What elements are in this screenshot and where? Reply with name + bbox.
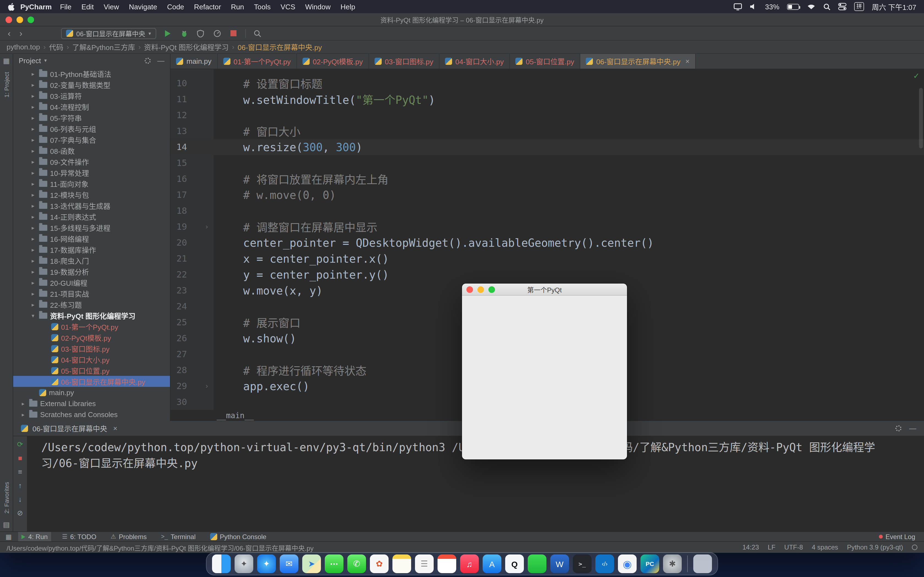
spotlight-search-icon[interactable] <box>823 3 830 10</box>
appstore-dock-icon[interactable]: A <box>483 554 501 573</box>
structure-tool-icon[interactable]: ▤ <box>3 521 10 528</box>
tree-file[interactable]: 05-窗口位置.py <box>13 365 170 376</box>
chrome-dock-icon[interactable]: ◉ <box>618 554 636 573</box>
tree-folder-expanded[interactable]: ▾资料-PyQt 图形化编程学习 <box>13 310 170 321</box>
gear-icon[interactable] <box>145 57 151 63</box>
toolwindow-button-4-run[interactable]: 4: Run <box>18 532 51 541</box>
back-icon[interactable]: ‹ <box>6 29 12 38</box>
profiler-button[interactable] <box>212 28 222 38</box>
settings-dock-icon[interactable]: ✱ <box>663 554 682 573</box>
menu-bar-app-name[interactable]: PyCharm <box>20 2 52 11</box>
menu-view[interactable]: View <box>104 2 119 11</box>
project-tool-icon[interactable]: ▦ <box>3 57 10 64</box>
vscode-dock-icon[interactable]: ‹/› <box>595 554 614 573</box>
stop-button[interactable]: ■ <box>18 455 22 462</box>
run-configuration-select[interactable]: 06-窗口显示在屏幕中央 ▾ <box>61 28 156 39</box>
run-button[interactable] <box>163 28 173 38</box>
tree-folder[interactable]: ▸13-迭代器与生成器 <box>13 200 170 211</box>
tree-folder[interactable]: ▸22-练习题 <box>13 299 170 310</box>
scroll-down-icon[interactable]: ↓ <box>18 496 22 503</box>
fold-icon[interactable]: › <box>205 382 209 390</box>
breadcrumb-item[interactable]: 了解&Python三方库 <box>72 42 135 52</box>
facetime-dock-icon[interactable]: ✆ <box>347 554 366 573</box>
tree-folder[interactable]: ▸20-GUI编程 <box>13 277 170 288</box>
menu-window[interactable]: Window <box>305 2 331 11</box>
breadcrumb-item[interactable]: 资料-PyQt 图形化编程学习 <box>144 42 229 52</box>
notes-dock-icon[interactable] <box>393 554 411 573</box>
editor-tab[interactable]: main.py <box>171 54 218 69</box>
tree-file[interactable]: 01-第一个PyQt.py <box>13 321 170 332</box>
editor-scrollbar[interactable] <box>919 88 923 148</box>
messages-dock-icon[interactable]: ⋯ <box>325 554 344 573</box>
status-widget-utf-8[interactable]: UTF-8 <box>784 543 803 551</box>
trash-dock-icon[interactable] <box>693 554 712 573</box>
close-button[interactable] <box>5 16 12 23</box>
launchpad-dock-icon[interactable]: ✦ <box>234 554 253 573</box>
pyqt-close-button[interactable] <box>467 286 473 293</box>
project-strip-label[interactable]: 1: Project <box>3 72 10 98</box>
toolwindow-button-6-todo[interactable]: ☰6: TODO <box>58 532 100 541</box>
mail-dock-icon[interactable]: ✉ <box>279 554 298 573</box>
toolwindow-button-terminal[interactable]: >_Terminal <box>158 532 199 541</box>
tree-folder[interactable]: ▸19-数据分析 <box>13 266 170 277</box>
control-center-icon[interactable] <box>838 3 846 10</box>
tree-folder[interactable]: ▸03-运算符 <box>13 90 170 101</box>
breadcrumb-item[interactable]: python.top <box>6 43 40 51</box>
hide-panel-icon[interactable]: — <box>909 424 916 432</box>
menu-bar-clock[interactable]: 周六 下午1:07 <box>872 2 916 12</box>
tree-folder[interactable]: ▸01-Python基础语法 <box>13 68 170 79</box>
pyqt-title-bar[interactable]: 第一个PyQt <box>462 284 627 296</box>
fold-icon[interactable]: › <box>205 222 209 231</box>
tree-file[interactable]: 02-PyQt模板.py <box>13 332 170 343</box>
menu-run[interactable]: Run <box>231 2 244 11</box>
pyqt-app-window[interactable]: 第一个PyQt <box>462 284 627 459</box>
qq-dock-icon[interactable]: Q <box>505 554 524 573</box>
tree-item-external-libraries[interactable]: ▸External Libraries <box>13 398 170 409</box>
rerun-button[interactable]: ⟳ <box>17 441 23 448</box>
gear-icon[interactable] <box>895 425 901 431</box>
pycharm-dock-icon[interactable]: PC <box>640 554 659 573</box>
tree-folder[interactable]: ▸05-字符串 <box>13 112 170 123</box>
menu-edit[interactable]: Edit <box>81 2 94 11</box>
terminal-dock-icon[interactable]: >_ <box>573 554 591 573</box>
status-widget-python-3-9-py3-qt[interactable]: Python 3.9 (py3-qt) <box>847 543 903 551</box>
editor-tab[interactable]: 03-窗口图标.py <box>369 54 439 69</box>
tree-folder[interactable]: ▸08-函数 <box>13 145 170 156</box>
toolwindow-button-problems[interactable]: ⚠Problems <box>107 532 150 541</box>
run-tab-label[interactable]: 06-窗口显示在屏幕中央 <box>32 423 107 434</box>
input-source-icon[interactable]: 拼 <box>854 2 864 11</box>
finder-dock-icon[interactable] <box>212 554 231 573</box>
editor-tab[interactable]: 04-窗口大小.py <box>439 54 510 69</box>
menu-file[interactable]: File <box>60 2 71 11</box>
tree-folder[interactable]: ▸16-网络编程 <box>13 233 170 244</box>
close-icon[interactable]: × <box>113 424 118 432</box>
pyqt-zoom-button[interactable] <box>488 286 495 293</box>
safari-dock-icon[interactable]: ✦ <box>257 554 276 573</box>
menu-refactor[interactable]: Refactor <box>194 2 221 11</box>
editor-tab[interactable]: 05-窗口位置.py <box>510 54 580 69</box>
editor-tab[interactable]: 02-PyQt模板.py <box>297 54 369 69</box>
tree-file[interactable]: main.py <box>13 387 170 398</box>
editor-tab[interactable]: 06-窗口显示在屏幕中央.py× <box>580 54 695 69</box>
toolwindow-button-event-log[interactable]: Event Log <box>876 533 919 540</box>
menu-help[interactable]: Help <box>341 2 355 11</box>
stop-button[interactable] <box>229 28 238 38</box>
tree-folder[interactable]: ▸21-项目实战 <box>13 288 170 299</box>
tree-folder[interactable]: ▸11-面向对象 <box>13 178 170 189</box>
breadcrumb-item[interactable]: 代码 <box>49 42 63 52</box>
project-panel-title[interactable]: Project <box>19 56 41 64</box>
tree-folder[interactable]: ▸18-爬虫入门 <box>13 255 170 266</box>
tree-folder[interactable]: ▸09-文件操作 <box>13 156 170 167</box>
status-widget-14-23[interactable]: 14:23 <box>743 543 759 551</box>
minimize-button[interactable] <box>16 16 23 23</box>
tree-folder[interactable]: ▸04-流程控制 <box>13 101 170 112</box>
toolwindow-button-python-console[interactable]: Python Console <box>207 532 270 541</box>
zoom-button[interactable] <box>27 16 34 23</box>
tree-folder[interactable]: ▸10-异常处理 <box>13 167 170 178</box>
search-everywhere-icon[interactable] <box>252 28 262 38</box>
tree-folder[interactable]: ▸06-列表与元组 <box>13 123 170 134</box>
battery-icon[interactable] <box>787 3 799 10</box>
tree-folder[interactable]: ▸07-字典与集合 <box>13 134 170 145</box>
wifi-icon[interactable] <box>807 3 816 10</box>
menu-vcs[interactable]: VCS <box>281 2 295 11</box>
